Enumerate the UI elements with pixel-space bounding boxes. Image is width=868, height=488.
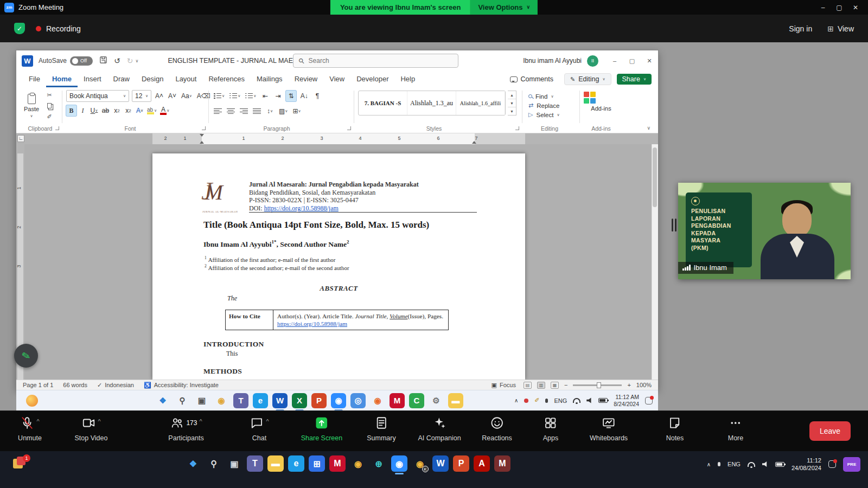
autosave-toggle[interactable]: Off: [70, 56, 93, 66]
read-mode-button[interactable]: ▤: [524, 382, 532, 389]
taskbar-app[interactable]: W: [432, 455, 448, 471]
maximize-button[interactable]: ▢: [831, 4, 847, 11]
taskbar-app-icon[interactable]: ▬: [448, 393, 463, 408]
notification-bell-icon[interactable]: [828, 460, 836, 468]
taskbar-app-icon[interactable]: X: [292, 393, 307, 408]
zoom-slider-thumb[interactable]: [597, 382, 601, 388]
sort-az-button[interactable]: A↓: [299, 91, 309, 101]
zoom-slider[interactable]: [573, 384, 622, 386]
taskbar-app[interactable]: ◉: [214, 393, 229, 408]
word-close-button[interactable]: ✕: [641, 50, 658, 71]
shading-button[interactable]: ▨∨: [278, 106, 289, 117]
language-indicator[interactable]: ✓Indonesian: [97, 382, 134, 389]
align-center-button[interactable]: [226, 106, 236, 117]
taskbar-app[interactable]: e: [288, 455, 303, 471]
taskbar-app[interactable]: ◉ K: [412, 455, 427, 471]
align-right-button[interactable]: [239, 106, 249, 117]
taskbar-app-icon[interactable]: ⚙: [429, 393, 444, 408]
tab-home[interactable]: Home: [46, 71, 78, 87]
taskbar-app-icon[interactable]: A: [474, 455, 490, 472]
pen-tray-icon[interactable]: ✐: [534, 397, 539, 404]
font-dialog-launcher[interactable]: [202, 126, 206, 130]
chevron-up-icon[interactable]: ^: [98, 418, 100, 425]
decrease-indent-button[interactable]: ⇤: [260, 91, 270, 101]
notes-button[interactable]: Notes: [666, 416, 684, 442]
addins-button[interactable]: Add-ins: [584, 92, 618, 112]
tab-design[interactable]: Design: [136, 71, 169, 87]
taskbar-app-icon[interactable]: W: [432, 455, 449, 472]
taskbar-app[interactable]: M: [390, 393, 405, 408]
subscript-button[interactable]: x2: [112, 105, 122, 116]
bold-button[interactable]: B: [66, 105, 76, 116]
wifi-icon[interactable]: [748, 462, 755, 467]
align-left-button[interactable]: [213, 106, 223, 117]
clear-formatting-button[interactable]: A⌫: [196, 91, 212, 101]
sign-in-button[interactable]: Sign in: [789, 24, 812, 33]
how-to-cite-table[interactable]: How to Cite Author(s). (Year). Article T…: [225, 310, 449, 330]
leave-button[interactable]: Leave: [809, 421, 851, 441]
taskbar-app-icon[interactable]: ▣: [226, 455, 242, 472]
tab-file[interactable]: File: [23, 71, 46, 87]
taskbar-app[interactable]: ◎: [350, 393, 366, 408]
thumbnail-handle[interactable]: [672, 219, 676, 232]
hanging-indent-marker[interactable]: [200, 139, 204, 144]
taskbar-app-icon[interactable]: ◉: [214, 393, 229, 408]
taskbar-app[interactable]: e: [253, 393, 268, 408]
notification-icon[interactable]: [645, 397, 653, 404]
taskbar-app-icon[interactable]: ❖: [185, 455, 201, 472]
font-size-select[interactable]: 12∨: [132, 90, 151, 102]
abstract-text[interactable]: The: [227, 294, 237, 303]
account-name[interactable]: Ibnu imam Al Ayyubi: [523, 57, 582, 65]
cite-link[interactable]: https://doi.org/10.58988/jam: [277, 320, 347, 327]
shrink-font-button[interactable]: A˅: [167, 91, 177, 101]
tab-review[interactable]: Review: [289, 71, 324, 87]
participants-button[interactable]: 173 ^ Participants: [168, 416, 203, 442]
styles-dialog-launcher[interactable]: [515, 126, 519, 130]
taskbar-app[interactable]: M: [329, 455, 344, 471]
zoom-level[interactable]: 100%: [636, 382, 652, 388]
close-button[interactable]: ✕: [847, 4, 864, 11]
taskbar-app[interactable]: ▣: [226, 455, 241, 471]
right-indent-marker[interactable]: [472, 139, 476, 144]
taskbar-app-icon[interactable]: ❖: [155, 393, 170, 408]
taskbar-app[interactable]: ▣: [194, 393, 209, 408]
view-options-button[interactable]: View Options ∨: [470, 0, 538, 15]
pre-app-icon[interactable]: PRE: [843, 457, 860, 472]
document-page[interactable]: JM JURNAL AL-MAESARAH Jurnal Al Maesarah…: [152, 153, 525, 380]
taskbar-app[interactable]: P: [453, 455, 468, 471]
abstract-heading[interactable]: ABSTRACT: [152, 284, 525, 293]
annotate-button[interactable]: ✎: [14, 344, 38, 368]
bullets-button[interactable]: ∨: [213, 91, 226, 101]
tab-insert[interactable]: Insert: [78, 71, 107, 87]
paragraph-dialog-launcher[interactable]: [347, 126, 351, 130]
taskbar-app-icon[interactable]: ◉: [350, 455, 366, 472]
taskbar-app[interactable]: M: [494, 455, 509, 471]
taskbar-app[interactable]: ▬: [448, 393, 463, 408]
print-layout-button[interactable]: ▥: [537, 382, 545, 389]
language-indicator[interactable]: ENG: [554, 397, 567, 404]
microphone-tray-icon[interactable]: [718, 462, 720, 466]
clock[interactable]: 11:12 AM 8/24/2024: [614, 394, 639, 408]
taskbar-app-icon[interactable]: C: [409, 393, 424, 408]
justify-button[interactable]: [252, 106, 262, 117]
taskbar-app[interactable]: ◉: [391, 455, 406, 471]
highlight-color-button[interactable]: ab∨: [146, 105, 158, 116]
taskbar-app-icon[interactable]: ⚲: [175, 393, 190, 408]
record-tray-icon[interactable]: [524, 399, 528, 403]
taskbar-app[interactable]: ⊞: [309, 455, 324, 471]
volume-icon[interactable]: [762, 461, 768, 467]
italic-button[interactable]: I: [78, 105, 88, 116]
microphone-tray-icon[interactable]: [545, 399, 548, 403]
clock[interactable]: 11:12 24/08/2024: [792, 457, 821, 472]
tray-chevron-icon[interactable]: ∧: [514, 397, 518, 403]
introduction-text[interactable]: This: [226, 350, 238, 358]
underline-button[interactable]: U∨: [89, 105, 99, 116]
taskbar-app[interactable]: W: [272, 393, 288, 408]
word-restore-button[interactable]: ▢: [623, 50, 641, 71]
tab-help[interactable]: Help: [394, 71, 421, 87]
redo-button[interactable]: ↻: [127, 56, 133, 65]
format-painter-button[interactable]: ✐: [44, 112, 54, 121]
taskbar-app[interactable]: ⚲: [206, 455, 221, 471]
taskbar-app-icon[interactable]: ◉: [331, 393, 346, 408]
chevron-up-icon[interactable]: ^: [266, 418, 269, 425]
